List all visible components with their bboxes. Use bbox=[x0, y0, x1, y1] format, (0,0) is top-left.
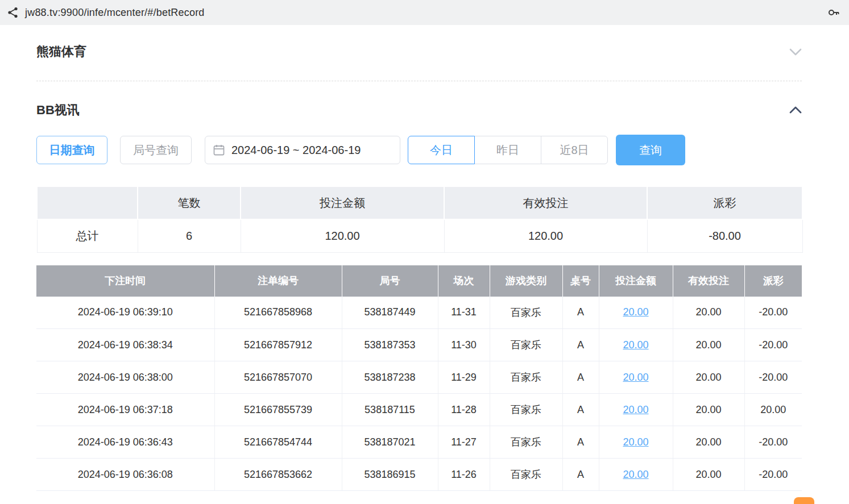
bet-amount-link[interactable]: 20.00 bbox=[623, 404, 648, 415]
round-id-cell: 538187353 bbox=[342, 329, 438, 361]
summary-header-count: 笔数 bbox=[138, 186, 241, 219]
bet-table-row: 2024-06-19 06:36:43521667854744538187021… bbox=[36, 426, 802, 459]
section-bb-title: BB视讯 bbox=[36, 102, 80, 119]
bet-table-header-cell: 注单编号 bbox=[214, 265, 342, 297]
summary-bet-amount-value: 120.00 bbox=[241, 219, 444, 252]
bet-table-header-cell: 游戏类别 bbox=[490, 265, 562, 297]
game-type-cell: 百家乐 bbox=[490, 426, 562, 459]
bet-time-cell: 2024-06-19 06:36:08 bbox=[36, 459, 214, 491]
bet-id-cell: 521667858968 bbox=[214, 297, 342, 329]
date-range-value: 2024-06-19 ~ 2024-06-19 bbox=[231, 144, 361, 157]
summary-header-row: 笔数 投注金额 有效投注 派彩 bbox=[37, 186, 802, 219]
summary-header-valid-bet: 有效投注 bbox=[444, 186, 647, 219]
round-id-cell: 538186915 bbox=[342, 459, 438, 491]
bet-amount-link[interactable]: 20.00 bbox=[623, 306, 648, 318]
chevron-up-icon[interactable] bbox=[789, 106, 802, 114]
bet-id-cell: 521667857912 bbox=[214, 329, 342, 361]
bet-time-cell: 2024-06-19 06:38:34 bbox=[36, 329, 214, 361]
search-button[interactable]: 查询 bbox=[616, 135, 685, 165]
url-text[interactable]: jw88.tv:9900/infe/mcenter/#/betRecord bbox=[25, 7, 205, 19]
bet-amount-link[interactable]: 20.00 bbox=[623, 436, 648, 448]
table-no-cell: A bbox=[562, 329, 599, 361]
valid-bet-cell: 20.00 bbox=[673, 394, 744, 426]
table-no-cell: A bbox=[562, 426, 599, 459]
table-no-cell: A bbox=[562, 361, 599, 394]
filter-toolbar: 日期查询 局号查询 2024-06-19 ~ 2024-06-19 今日 昨日 … bbox=[36, 135, 802, 165]
chevron-down-icon[interactable] bbox=[789, 48, 802, 56]
summary-table: 笔数 投注金额 有效投注 派彩 总计 6 120.00 120.00 -80.0… bbox=[36, 186, 803, 253]
bet-table-row: 2024-06-19 06:36:08521667853662538186915… bbox=[36, 459, 802, 491]
date-query-tab[interactable]: 日期查询 bbox=[36, 136, 107, 164]
payout-cell: -20.00 bbox=[744, 297, 802, 329]
payout-cell: -20.00 bbox=[744, 426, 802, 459]
customer-service-float-button[interactable] bbox=[794, 497, 814, 504]
round-id-cell: 538187021 bbox=[342, 426, 438, 459]
bet-id-cell: 521667854744 bbox=[214, 426, 342, 459]
key-icon[interactable] bbox=[827, 6, 840, 19]
bet-amount-link[interactable]: 20.00 bbox=[623, 339, 648, 351]
browser-url-bar[interactable]: jw88.tv:9900/infe/mcenter/#/betRecord bbox=[0, 0, 849, 25]
quick-btn-today[interactable]: 今日 bbox=[408, 136, 475, 164]
payout-cell: -20.00 bbox=[744, 459, 802, 491]
quick-btn-last8days[interactable]: 近8日 bbox=[541, 136, 608, 164]
round-query-tab[interactable]: 局号查询 bbox=[120, 136, 192, 164]
bet-table-header-cell: 局号 bbox=[342, 265, 438, 297]
bet-time-cell: 2024-06-19 06:37:18 bbox=[36, 394, 214, 426]
date-range-input[interactable]: 2024-06-19 ~ 2024-06-19 bbox=[205, 136, 400, 164]
bet-table-row: 2024-06-19 06:37:18521667855739538187115… bbox=[36, 394, 802, 426]
site-info-icon[interactable] bbox=[7, 6, 19, 19]
bet-table-header-cell: 桌号 bbox=[562, 265, 599, 297]
bet-table-header-cell: 场次 bbox=[438, 265, 490, 297]
quick-btn-yesterday[interactable]: 昨日 bbox=[474, 136, 541, 164]
bet-amount-cell: 20.00 bbox=[599, 459, 673, 491]
game-type-cell: 百家乐 bbox=[490, 394, 562, 426]
payout-cell: -20.00 bbox=[744, 361, 802, 394]
round-id-cell: 538187238 bbox=[342, 361, 438, 394]
summary-total-row: 总计 6 120.00 120.00 -80.00 bbox=[37, 219, 802, 252]
payout-cell: 20.00 bbox=[744, 394, 802, 426]
bet-table-row: 2024-06-19 06:38:34521667857912538187353… bbox=[36, 329, 802, 361]
bet-table-header-cell: 投注金额 bbox=[599, 265, 673, 297]
game-type-cell: 百家乐 bbox=[490, 329, 562, 361]
bet-time-cell: 2024-06-19 06:39:10 bbox=[36, 297, 214, 329]
bet-table-header-cell: 有效投注 bbox=[673, 265, 744, 297]
summary-header-blank bbox=[37, 186, 138, 219]
section-bb-video: BB视讯 bbox=[36, 81, 802, 119]
summary-valid-bet-value: 120.00 bbox=[444, 219, 647, 252]
bet-table-row: 2024-06-19 06:39:10521667858968538187449… bbox=[36, 297, 802, 329]
bet-id-cell: 521667855739 bbox=[214, 394, 342, 426]
session-cell: 11-27 bbox=[438, 426, 490, 459]
summary-count-value: 6 bbox=[138, 219, 241, 252]
bet-table-body: 2024-06-19 06:39:10521667858968538187449… bbox=[36, 297, 802, 491]
round-id-cell: 538187115 bbox=[342, 394, 438, 426]
bet-table-row: 2024-06-19 06:38:00521667857070538187238… bbox=[36, 361, 802, 394]
bet-amount-link[interactable]: 20.00 bbox=[623, 469, 648, 480]
bet-table-header-cell: 派彩 bbox=[744, 265, 802, 297]
bet-record-table: 下注时间注单编号局号场次游戏类别桌号投注金额有效投注派彩 2024-06-19 … bbox=[36, 265, 802, 491]
session-cell: 11-31 bbox=[438, 297, 490, 329]
round-id-cell: 538187449 bbox=[342, 297, 438, 329]
valid-bet-cell: 20.00 bbox=[673, 426, 744, 459]
bet-amount-cell: 20.00 bbox=[599, 361, 673, 394]
session-cell: 11-30 bbox=[438, 329, 490, 361]
bet-time-cell: 2024-06-19 06:36:43 bbox=[36, 426, 214, 459]
summary-payout-value: -80.00 bbox=[647, 219, 802, 252]
section-panda-title: 熊猫体育 bbox=[36, 43, 86, 60]
bet-amount-link[interactable]: 20.00 bbox=[623, 372, 648, 383]
bet-amount-cell: 20.00 bbox=[599, 426, 673, 459]
summary-total-label: 总计 bbox=[37, 219, 138, 252]
section-panda-sports: 熊猫体育 bbox=[36, 25, 802, 81]
valid-bet-cell: 20.00 bbox=[673, 297, 744, 329]
bet-id-cell: 521667853662 bbox=[214, 459, 342, 491]
table-no-cell: A bbox=[562, 394, 599, 426]
table-no-cell: A bbox=[562, 459, 599, 491]
game-type-cell: 百家乐 bbox=[490, 459, 562, 491]
session-cell: 11-28 bbox=[438, 394, 490, 426]
bet-table-header-row: 下注时间注单编号局号场次游戏类别桌号投注金额有效投注派彩 bbox=[36, 265, 802, 297]
bet-time-cell: 2024-06-19 06:38:00 bbox=[36, 361, 214, 394]
table-no-cell: A bbox=[562, 297, 599, 329]
valid-bet-cell: 20.00 bbox=[673, 329, 744, 361]
game-type-cell: 百家乐 bbox=[490, 297, 562, 329]
summary-header-bet-amount: 投注金额 bbox=[241, 186, 444, 219]
payout-cell: -20.00 bbox=[744, 329, 802, 361]
